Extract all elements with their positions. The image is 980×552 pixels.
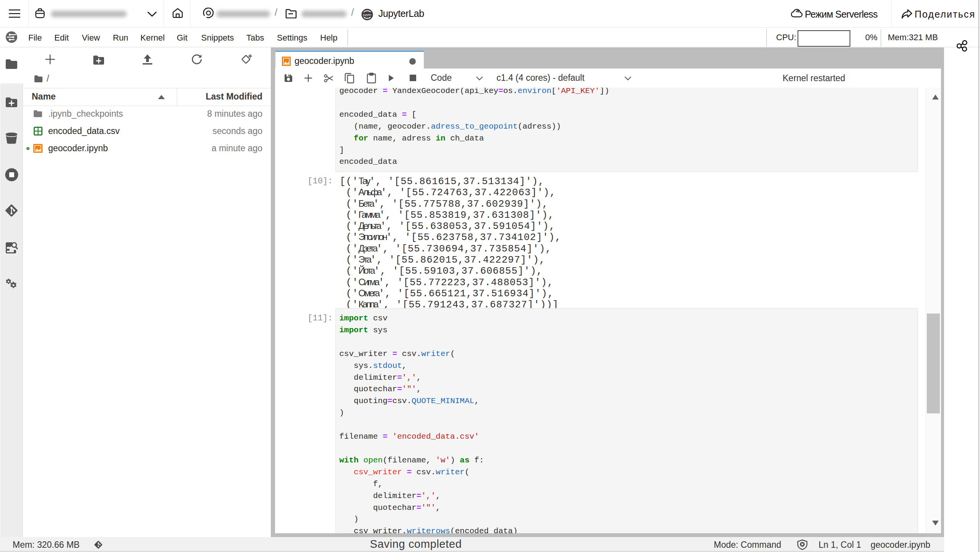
svg-text:jupyter: jupyter [363,13,372,16]
